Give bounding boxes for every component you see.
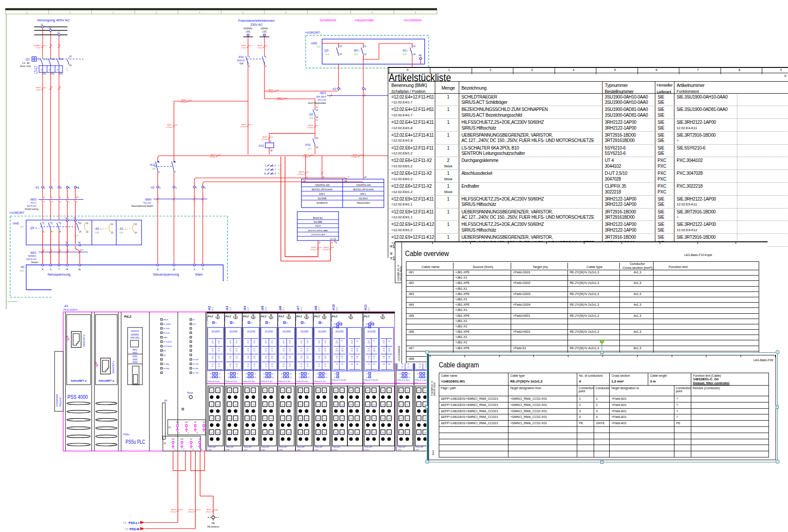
svg-text:33: 33 — [382, 418, 384, 420]
svg-text:14: 14 — [282, 432, 284, 434]
svg-text:11: 11 — [316, 373, 318, 375]
svg-text:32: 32 — [351, 348, 353, 350]
svg-text:14: 14 — [318, 363, 320, 365]
svg-text:24V: 24V — [193, 323, 196, 325]
svg-text:T1: T1 — [271, 358, 273, 359]
svg-text:31: 31 — [366, 377, 368, 378]
svg-text:5x2,5 mm²: 5x2,5 mm² — [27, 205, 37, 207]
svg-text:sw: sw — [361, 154, 363, 156]
svg-text:21: 21 — [288, 390, 290, 392]
svg-text:21: 21 — [235, 390, 237, 392]
svg-text:OO: OO — [335, 350, 338, 352]
svg-text:0/230VAC: 0/230VAC — [244, 28, 253, 30]
svg-text:OL: OL — [351, 350, 353, 352]
svg-text:PSSu BP: PSSu BP — [244, 446, 252, 448]
svg-text:Versorgung 400V AC: Versorgung 400V AC — [37, 18, 70, 22]
svg-text:PSSu BP: PSSu BP — [279, 446, 287, 448]
svg-text:T0: T0 — [212, 350, 213, 352]
svg-text:PSSu E F 4DI: PSSu E F 4DI — [296, 380, 308, 382]
svg-text:14: 14 — [210, 377, 212, 378]
svg-text:1,5: 1,5 — [331, 95, 333, 97]
svg-text:Netzspannung: Netzspannung — [47, 272, 71, 276]
svg-text:SD: SD — [164, 399, 167, 402]
svg-text:br: br — [51, 196, 53, 198]
svg-text:1/9C: 1/9C — [415, 449, 419, 451]
svg-text:L301: L301 — [246, 31, 251, 33]
svg-text:I0: I0 — [300, 342, 302, 344]
svg-text:24: 24 — [325, 377, 327, 378]
svg-text:2,4...4A: 2,4...4A — [22, 62, 30, 64]
svg-text:14: 14 — [317, 432, 319, 434]
svg-text:1/9C: 1/9C — [279, 449, 283, 451]
svg-text:Antrieb Leitung: Antrieb Leitung — [25, 208, 39, 210]
svg-text:-X1: -X1 — [35, 186, 39, 189]
svg-text:24: 24 — [341, 432, 343, 434]
svg-text:11: 11 — [418, 390, 420, 392]
svg-text:M: M — [67, 268, 68, 271]
svg-text:43: 43 — [356, 356, 358, 358]
svg-text:1,5 mm²: 1,5 mm² — [257, 47, 263, 49]
svg-text:1,5 mm²: 1,5 mm² — [241, 47, 246, 49]
svg-text:PSSu E F 4DI: PSSu E F 4DI — [208, 380, 219, 382]
svg-text:14: 14 — [316, 116, 319, 118]
svg-text:7: 7 — [328, 11, 330, 14]
svg-text:0,75 mm²: 0,75 mm² — [276, 99, 282, 101]
svg-text:2/14C: 2/14C — [364, 449, 369, 451]
svg-text:3: 3 — [156, 11, 157, 14]
svg-text:sw: sw — [59, 86, 62, 87]
svg-text:X3 TRF: X3 TRF — [193, 363, 199, 365]
svg-text:gnge: gnge — [215, 509, 218, 511]
svg-text:Schaltbereit: Schaltbereit — [320, 19, 336, 22]
svg-text:-A6: -A6 — [279, 306, 282, 311]
svg-text:5: 5 — [242, 11, 244, 14]
svg-text:31: 31 — [382, 390, 384, 392]
svg-text:I1: I1 — [253, 342, 255, 344]
svg-text:I2: I2 — [212, 366, 213, 367]
svg-text:FS SNp: FS SNp — [163, 368, 169, 370]
svg-text:/5.2: /5.2 — [367, 307, 370, 311]
svg-text:0,75 mm²: 0,75 mm² — [181, 102, 186, 103]
svg-text:T1: T1 — [247, 358, 249, 359]
svg-text:22: 22 — [341, 404, 343, 406]
svg-text:sw: sw — [277, 89, 279, 91]
svg-text:0,75 mm²: 0,75 mm² — [303, 156, 309, 158]
svg-text:T1: T1 — [324, 358, 326, 359]
svg-text:T0: T0 — [318, 350, 320, 352]
svg-text:0,75 mm²: 0,75 mm² — [310, 249, 316, 251]
svg-text:1/9C: 1/9C — [244, 449, 248, 451]
svg-text:C: C — [342, 358, 343, 359]
svg-text:/1.7: /1.7 — [66, 67, 68, 71]
svg-text:23: 23 — [253, 356, 255, 358]
svg-text:PSSu E F 4DI: PSSu E F 4DI — [261, 380, 272, 382]
svg-text:O4: O4 — [356, 350, 358, 352]
svg-text:PE: PE — [78, 241, 81, 244]
svg-text:24: 24 — [307, 363, 308, 365]
svg-text:Steuerspannung Siloplot: Steuerspannung Siloplot — [131, 205, 154, 207]
svg-text:I3: I3 — [289, 366, 290, 367]
svg-text:12: 12 — [364, 53, 367, 55]
svg-text:21: 21 — [254, 373, 256, 375]
svg-text:11: 11 — [229, 390, 231, 392]
svg-text:3: 3 — [265, 56, 267, 58]
svg-text:24: 24 — [306, 432, 308, 434]
svg-text:14: 14 — [245, 377, 247, 378]
svg-text:11: 11 — [300, 340, 302, 342]
svg-text:11: 11 — [212, 340, 213, 342]
svg-text:24: 24 — [254, 377, 256, 378]
svg-text:14: 14 — [281, 377, 283, 378]
svg-text:13: 13 — [336, 356, 338, 358]
svg-text:23: 23 — [406, 418, 409, 420]
svg-text:23: 23 — [324, 356, 326, 358]
svg-text:1,5: 1,5 — [364, 95, 366, 97]
svg-text:4: 4 — [265, 65, 267, 67]
svg-text:I1: I1 — [289, 342, 290, 344]
svg-text:13: 13 — [316, 109, 319, 111]
svg-text:23: 23 — [289, 356, 291, 358]
svg-text:SL: SL — [79, 268, 81, 271]
svg-text:14: 14 — [212, 363, 213, 365]
svg-text:23: 23 — [217, 418, 219, 420]
svg-text:PSSu BP: PSSu BP — [415, 446, 423, 448]
svg-text:0V: 0V — [193, 319, 195, 321]
svg-text:24 DI: 24 DI — [259, 316, 261, 321]
svg-text:42: 42 — [356, 348, 358, 350]
